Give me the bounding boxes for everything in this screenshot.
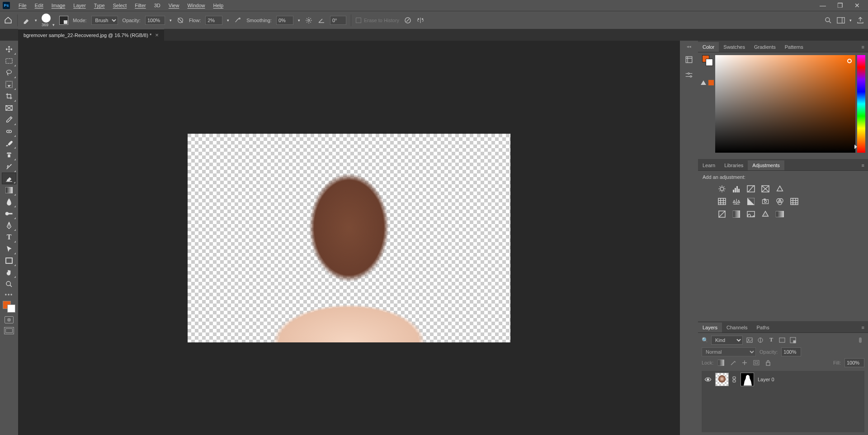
home-icon[interactable] [4, 16, 13, 25]
filter-shape-icon[interactable] [778, 336, 786, 344]
filter-toggle-icon[interactable] [856, 336, 864, 344]
layer-link-icon[interactable] [732, 376, 737, 383]
document-canvas[interactable] [188, 134, 510, 342]
menu-type[interactable]: Type [90, 0, 109, 11]
move-tool[interactable] [2, 43, 16, 55]
menu-edit[interactable]: Edit [31, 0, 47, 11]
menu-help[interactable]: Help [209, 0, 228, 11]
layer-row[interactable]: Layer 0 [702, 371, 864, 388]
window-restore-icon[interactable]: ❐ [836, 2, 844, 9]
lock-transparent-icon[interactable] [717, 359, 725, 367]
type-tool[interactable]: T [2, 231, 16, 243]
path-selection-tool[interactable] [2, 243, 16, 255]
tab-swatches[interactable]: Swatches [719, 42, 750, 52]
workspace-icon[interactable] [837, 16, 845, 24]
symmetry-icon[interactable] [416, 16, 425, 24]
document-tab[interactable]: bgremover sample_22-Recovered.jpg @ 16.7… [18, 29, 164, 41]
layer-visibility-icon[interactable] [704, 377, 712, 382]
menu-filter[interactable]: Filter [131, 0, 150, 11]
gradient-tool[interactable] [2, 184, 16, 196]
hue-slider[interactable] [857, 55, 865, 153]
lock-position-icon[interactable] [741, 359, 749, 367]
layer-thumbnail[interactable] [715, 373, 729, 386]
vibrance-icon[interactable] [775, 184, 785, 193]
menu-window[interactable]: Window [183, 0, 209, 11]
hue-saturation-icon[interactable] [717, 197, 727, 206]
tab-layers[interactable]: Layers [698, 323, 722, 332]
saturation-value-picker[interactable] [715, 55, 855, 153]
eraser-tool[interactable] [2, 173, 16, 184]
filter-adjustment-icon[interactable] [756, 336, 764, 344]
window-minimize-icon[interactable]: — [819, 2, 826, 9]
menu-layer[interactable]: Layer [69, 0, 90, 11]
menu-file[interactable]: File [14, 0, 31, 11]
dodge-tool[interactable] [2, 208, 16, 220]
filter-pixel-icon[interactable] [745, 336, 754, 344]
chevron-down-icon[interactable]: ▾ [298, 18, 300, 23]
lasso-tool[interactable] [2, 67, 16, 79]
lock-image-icon[interactable] [729, 359, 737, 367]
pressure-size-icon[interactable] [404, 16, 412, 24]
angle-input[interactable] [330, 16, 346, 25]
tab-learn[interactable]: Learn [698, 160, 720, 170]
pressure-opacity-icon[interactable] [176, 16, 184, 24]
layer-name[interactable]: Layer 0 [758, 377, 774, 382]
channel-mixer-icon[interactable] [775, 197, 785, 206]
chevron-down-icon[interactable]: ▾ [170, 18, 172, 23]
lock-artboard-icon[interactable] [752, 359, 760, 367]
smoothing-options-icon[interactable] [305, 16, 313, 24]
fill-input[interactable] [844, 358, 864, 367]
gradient-map-icon[interactable] [775, 210, 785, 219]
quick-mask-icon[interactable] [5, 316, 14, 323]
tab-libraries[interactable]: Libraries [720, 160, 748, 170]
properties-panel-icon[interactable] [684, 70, 694, 80]
layer-filter-kind[interactable]: Kind [711, 336, 743, 345]
flow-input[interactable] [205, 16, 222, 25]
levels-icon[interactable] [731, 184, 741, 193]
close-tab-icon[interactable]: × [155, 32, 159, 38]
healing-brush-tool[interactable] [2, 126, 16, 137]
brush-panel-toggle[interactable] [59, 16, 68, 25]
layer-mask-thumbnail[interactable] [741, 373, 754, 386]
color-lookup-icon[interactable] [789, 197, 799, 206]
brush-tool[interactable] [2, 137, 16, 149]
eraser-tool-icon[interactable] [22, 16, 30, 24]
invert-icon[interactable] [717, 210, 727, 219]
share-icon[interactable] [856, 16, 864, 24]
panel-menu-icon[interactable]: ≡ [858, 323, 868, 332]
black-white-icon[interactable] [746, 197, 756, 206]
panel-menu-icon[interactable]: ≡ [858, 160, 868, 170]
search-icon[interactable] [824, 16, 832, 24]
history-panel-icon[interactable] [684, 55, 694, 64]
smoothing-input[interactable] [276, 16, 293, 25]
hand-tool[interactable] [2, 267, 16, 278]
clone-stamp-tool[interactable] [2, 149, 16, 161]
zoom-tool[interactable] [2, 278, 16, 290]
foreground-background-swatch[interactable] [3, 301, 15, 313]
window-close-icon[interactable]: ✕ [854, 2, 861, 9]
filter-type-icon[interactable]: T [767, 336, 775, 344]
panel-menu-icon[interactable]: ≡ [858, 42, 868, 52]
gamut-warning-icon[interactable] [701, 80, 714, 86]
opacity-input[interactable] [145, 16, 165, 25]
lock-all-icon[interactable] [764, 359, 772, 367]
color-balance-icon[interactable] [731, 197, 741, 206]
menu-3d[interactable]: 3D [150, 0, 165, 11]
blend-mode-select[interactable]: Normal [702, 347, 756, 356]
history-brush-tool[interactable] [2, 161, 16, 173]
tab-color[interactable]: Color [698, 42, 719, 52]
posterize-icon[interactable] [731, 210, 741, 219]
blur-tool[interactable] [2, 196, 16, 208]
threshold-icon[interactable] [746, 210, 756, 219]
layer-opacity-input[interactable] [781, 347, 801, 356]
exposure-icon[interactable] [760, 184, 770, 193]
menu-image[interactable]: Image [47, 0, 70, 11]
tab-adjustments[interactable]: Adjustments [748, 160, 784, 170]
selective-color-icon[interactable] [760, 210, 770, 219]
airbrush-icon[interactable] [234, 16, 242, 24]
edit-toolbar-icon[interactable]: ••• [5, 292, 14, 298]
screen-mode-icon[interactable] [4, 327, 14, 334]
marquee-tool[interactable] [2, 55, 16, 67]
color-fg-bg-swatch[interactable] [702, 55, 713, 66]
tab-channels[interactable]: Channels [722, 323, 752, 332]
